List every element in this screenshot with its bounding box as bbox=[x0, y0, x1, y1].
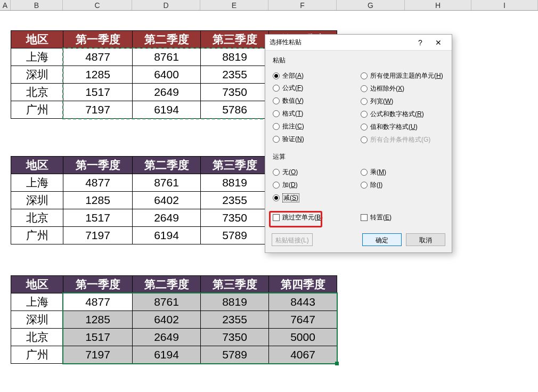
col-header-i[interactable]: I bbox=[471, 0, 538, 10]
col-header-b[interactable]: B bbox=[11, 0, 63, 10]
paste-radio-left-1[interactable]: 公式(F) bbox=[273, 84, 303, 93]
paste-radio-right-2[interactable]: 列宽(W) bbox=[361, 97, 393, 106]
t3-header-q2: 第二季度 bbox=[133, 276, 201, 293]
t1-header-q1: 第一季度 bbox=[63, 31, 133, 48]
paste-radio-right-1[interactable]: 边框除外(X) bbox=[361, 84, 404, 93]
paste-radio-right-5: 所有合并条件格式(G) bbox=[361, 135, 430, 144]
paste-radio-left-2[interactable]: 数值(V) bbox=[273, 96, 304, 105]
t1-header-q2: 第二季度 bbox=[133, 31, 201, 48]
table-row[interactable]: 北京1517264973505000 bbox=[11, 329, 337, 346]
paste-radio-left-0[interactable]: 全部(A) bbox=[273, 71, 304, 80]
paste-radio-right-3[interactable]: 公式和数字格式(R) bbox=[361, 110, 424, 119]
paste-link-button: 粘贴链接(L) bbox=[272, 233, 313, 246]
paste-radio-right-0[interactable]: 所有使用源主题的单元(H) bbox=[361, 71, 443, 80]
op-radio-left-1[interactable]: 加(D) bbox=[273, 181, 298, 190]
t1-header-region: 地区 bbox=[11, 31, 63, 48]
t3-header-q1: 第一季度 bbox=[63, 276, 133, 293]
paste-radio-left-5[interactable]: 验证(N) bbox=[273, 135, 304, 144]
dialog-titlebar[interactable]: 选择性粘贴 ? ✕ bbox=[265, 35, 452, 51]
op-radio-right-1[interactable]: 除(I) bbox=[361, 181, 382, 190]
table-row[interactable]: 深圳1285640223557647 bbox=[11, 311, 337, 329]
paste-radio-right-4[interactable]: 值和数字格式(U) bbox=[361, 123, 418, 132]
help-button[interactable]: ? bbox=[411, 38, 429, 47]
op-radio-left-0[interactable]: 无(O) bbox=[273, 168, 298, 177]
t2-header-q2: 第二季度 bbox=[133, 157, 201, 174]
table-3[interactable]: 地区 第一季度 第二季度 第三季度 第四季度 上海487787618819844… bbox=[11, 275, 337, 364]
op-radio-right-0[interactable]: 乘(M) bbox=[361, 168, 386, 177]
col-header-g[interactable]: G bbox=[337, 0, 405, 10]
t3-header-region: 地区 bbox=[11, 276, 63, 293]
t2-header-q3: 第三季度 bbox=[201, 157, 269, 174]
ok-button[interactable]: 确定 bbox=[362, 233, 402, 246]
col-header-d[interactable]: D bbox=[132, 0, 200, 10]
op-radio-left-2[interactable]: 减(S) bbox=[273, 193, 299, 202]
paste-special-dialog: 选择性粘贴 ? ✕ 粘贴 全部(A)公式(F)数值(V)格式(T)批注(C)验证… bbox=[265, 34, 452, 253]
skip-blanks-checkbox[interactable]: 跳过空单元(B) bbox=[273, 213, 323, 222]
paste-group-label: 粘贴 bbox=[273, 56, 444, 65]
col-header-h[interactable]: H bbox=[405, 0, 471, 10]
col-header-a[interactable]: A bbox=[0, 0, 11, 10]
cancel-button[interactable]: 取消 bbox=[406, 233, 445, 246]
table-3-wrap: 地区 第一季度 第二季度 第三季度 第四季度 上海487787618819844… bbox=[11, 275, 337, 364]
table-row[interactable]: 上海4877876188198443 bbox=[11, 293, 337, 311]
paste-radio-left-4[interactable]: 批注(C) bbox=[273, 122, 304, 131]
dialog-title: 选择性粘贴 bbox=[270, 38, 411, 47]
operation-group-label: 运算 bbox=[273, 152, 444, 161]
close-button[interactable]: ✕ bbox=[429, 38, 447, 47]
col-header-c[interactable]: C bbox=[63, 0, 132, 10]
transpose-checkbox[interactable]: 转置(E) bbox=[361, 213, 392, 222]
t1-header-q3: 第三季度 bbox=[201, 31, 269, 48]
t3-header-q4: 第四季度 bbox=[269, 276, 337, 293]
table-row[interactable]: 广州7197619457894067 bbox=[11, 346, 337, 364]
t2-header-q1: 第一季度 bbox=[63, 157, 133, 174]
paste-radio-left-3[interactable]: 格式(T) bbox=[273, 109, 303, 118]
col-header-f[interactable]: F bbox=[268, 0, 337, 10]
t3-header-q3: 第三季度 bbox=[201, 276, 269, 293]
column-headers: A B C D E F G H I bbox=[0, 0, 538, 11]
t2-header-region: 地区 bbox=[11, 157, 63, 174]
col-header-e[interactable]: E bbox=[200, 0, 268, 10]
